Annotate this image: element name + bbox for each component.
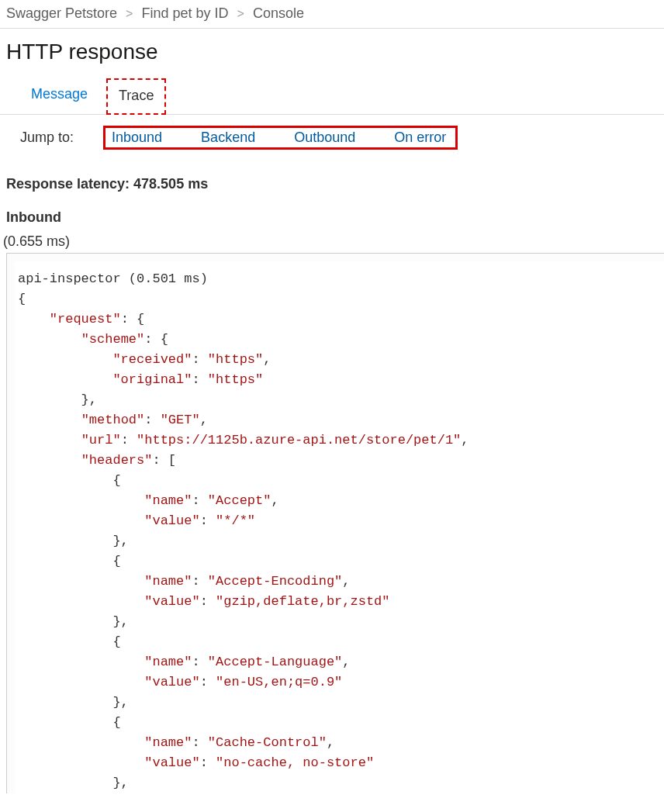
breadcrumb[interactable]: Swagger Petstore > Find pet by ID > Cons… xyxy=(0,0,664,29)
chevron-right-icon: > xyxy=(126,7,133,20)
jump-to-inbound[interactable]: Inbound xyxy=(112,130,162,146)
response-latency: Response latency: 478.505 ms xyxy=(6,176,664,192)
breadcrumb-seg-0[interactable]: Swagger Petstore xyxy=(6,5,117,21)
jump-to-row: Jump to: Inbound Backend Outbound On err… xyxy=(0,115,664,161)
page-title: HTTP response xyxy=(6,40,664,64)
section-time-inbound: (0.655 ms) xyxy=(3,233,664,250)
tab-message[interactable]: Message xyxy=(20,78,99,114)
jump-to-backend[interactable]: Backend xyxy=(201,130,255,146)
latency-label: Response latency: xyxy=(6,176,130,192)
code-panel: api-inspector (0.501 ms) { "request": { … xyxy=(6,253,664,793)
breadcrumb-seg-1[interactable]: Find pet by ID xyxy=(141,5,228,21)
tabs: Message Trace xyxy=(0,78,664,115)
trace-json: api-inspector (0.501 ms) { "request": { … xyxy=(18,269,664,793)
jump-to-label: Jump to: xyxy=(20,130,74,146)
latency-value: 478.505 ms xyxy=(133,176,208,192)
tab-trace[interactable]: Trace xyxy=(106,78,166,115)
jump-to-outbound[interactable]: Outbound xyxy=(294,130,355,146)
jump-to-onerror[interactable]: On error xyxy=(394,130,446,146)
jump-to-links: Inbound Backend Outbound On error xyxy=(103,126,458,150)
breadcrumb-seg-2[interactable]: Console xyxy=(253,5,304,21)
section-heading-inbound: Inbound xyxy=(6,209,664,226)
chevron-right-icon: > xyxy=(237,7,244,20)
